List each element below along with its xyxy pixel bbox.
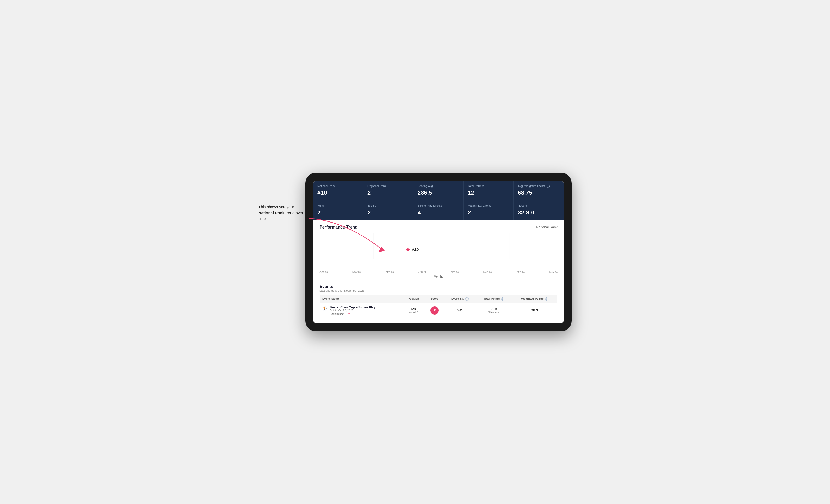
col-weighted-points: Weighted Points i [512,295,557,303]
stat-avg-weighted-points: Avg. Weighted Points i 68.75 [514,180,564,200]
stat-regional-rank-label: Regional Rank [368,184,409,188]
total-points-rounds: 3 Rounds [478,311,509,314]
stat-stroke-play-events: Stroke Play Events 4 [413,200,464,220]
score-badge: -22 [430,306,439,314]
event-name-container: 🏌️ Buster Cozy Cup – Stroke Play Oct 9 -… [322,305,399,315]
event-position-cell: 6th out of 7 [402,303,425,318]
chart-label-nov23: NOV 23 [352,271,361,273]
stat-national-rank: National Rank #10 [313,180,363,200]
event-score-cell: -22 [425,303,444,318]
event-rank-impact: Rank Impact: 3 ▼ [330,312,375,315]
stat-wins-label: Wins [317,204,359,207]
stat-record: Record 32-8-0 [514,200,564,220]
svg-point-9 [406,248,410,251]
chart-label-jan24: JAN 24 [418,271,426,273]
stat-match-play-events: Match Play Events 2 [464,200,514,220]
stats-row-2: Wins 2 Top 3s 2 Stroke Play Events 4 Mat… [313,200,564,220]
stat-total-rounds-value: 12 [468,190,509,196]
event-sg-value: 0.45 [457,309,463,312]
info-icon-event-sg: i [466,297,469,301]
chart-label-oct23: OCT 23 [319,271,327,273]
chart-subtitle: National Rank [536,225,557,229]
event-date: Oct 9 - Oct 10, 2023 [330,309,375,312]
svg-text:#10: #10 [412,248,419,251]
event-icon: 🏌️ [322,306,327,311]
chart-wrapper: #10 [319,233,557,269]
stat-wins: Wins 2 [313,200,363,220]
event-name: Buster Cozy Cup – Stroke Play [330,305,375,309]
col-score: Score [425,295,444,303]
col-event-sg: Event SG i [444,295,476,303]
stat-stroke-play-events-value: 4 [418,209,459,216]
event-name-cell: 🏌️ Buster Cozy Cup – Stroke Play Oct 9 -… [320,303,402,318]
event-position: 6th [404,307,422,311]
chart-label-may24: MAY 24 [549,271,557,273]
total-points-cell: 28.3 3 Rounds [476,303,512,318]
events-section: Events Last updated: 24th November 2023 … [319,284,557,318]
event-details: Buster Cozy Cup – Stroke Play Oct 9 - Oc… [330,305,375,315]
chart-months-label: Months [319,275,557,278]
stat-record-label: Record [518,204,560,207]
annotation-text: This shows you your National Rank trend … [258,204,311,222]
events-header: Events Last updated: 24th November 2023 [319,284,557,292]
event-sg-cell: 0.45 [444,303,476,318]
table-row: 🏌️ Buster Cozy Cup – Stroke Play Oct 9 -… [320,303,557,318]
stat-match-play-events-label: Match Play Events [468,204,509,207]
events-table: Event Name Position Score Event SG [319,295,557,318]
events-table-header-row: Event Name Position Score Event SG [320,295,557,303]
event-position-sub: out of 7 [404,311,422,314]
chart-section: Performance Trend National Rank [319,225,557,278]
chart-label-mar24: MAR 24 [483,271,492,273]
chart-x-labels: OCT 23 NOV 23 DEC 23 JAN 24 FEB 24 MAR 2… [319,269,557,274]
col-position: Position [402,295,425,303]
content-area: Performance Trend National Rank [313,220,564,324]
stat-top3s: Top 3s 2 [363,200,413,220]
stat-match-play-events-value: 2 [468,209,509,216]
total-points-value: 28.3 [478,307,509,311]
stat-regional-rank: Regional Rank 2 [363,180,413,200]
stat-avg-weighted-points-label: Avg. Weighted Points i [518,184,560,188]
stat-scoring-avg-label: Scoring Avg. [418,184,459,188]
stat-top3s-value: 2 [368,209,409,216]
chart-svg: #10 [319,233,557,264]
events-last-updated: Last updated: 24th November 2023 [319,289,557,292]
stat-record-value: 32-8-0 [518,209,560,216]
stat-regional-rank-value: 2 [368,190,409,196]
rank-impact-arrow-icon: ▼ [348,312,351,315]
chart-label-feb24: FEB 24 [451,271,458,273]
annotation-bold: National Rank [258,210,285,215]
stat-total-rounds: Total Rounds 12 [464,180,514,200]
stat-total-rounds-label: Total Rounds [468,184,509,188]
tablet-device: National Rank #10 Regional Rank 2 Scorin… [306,173,572,331]
outer-container: This shows you your National Rank trend … [258,173,572,331]
tablet-screen: National Rank #10 Regional Rank 2 Scorin… [313,180,564,324]
col-event-name: Event Name [320,295,402,303]
info-icon-weighted-points: i [545,297,548,301]
annotation-text-part1: This shows you your [258,204,294,209]
stat-avg-weighted-points-value: 68.75 [518,190,560,196]
stat-scoring-avg: Scoring Avg. 286.5 [413,180,464,200]
stats-row-1: National Rank #10 Regional Rank 2 Scorin… [313,180,564,200]
stat-top3s-label: Top 3s [368,204,409,207]
stat-national-rank-label: National Rank [317,184,359,188]
chart-label-apr24: APR 24 [516,271,524,273]
stat-stroke-play-events-label: Stroke Play Events [418,204,459,207]
stat-national-rank-value: #10 [317,190,359,196]
info-icon-total-points: i [501,297,504,301]
weighted-points-value: 28.3 [532,308,538,312]
weighted-points-cell: 28.3 [512,303,557,318]
stat-scoring-avg-value: 286.5 [418,190,459,196]
chart-label-dec23: DEC 23 [385,271,394,273]
events-title: Events [319,284,557,289]
chart-title: Performance Trend [319,225,358,230]
chart-header: Performance Trend National Rank [319,225,557,230]
col-total-points: Total Points i [476,295,512,303]
info-icon-weighted: i [547,185,550,188]
stat-wins-value: 2 [317,209,359,216]
